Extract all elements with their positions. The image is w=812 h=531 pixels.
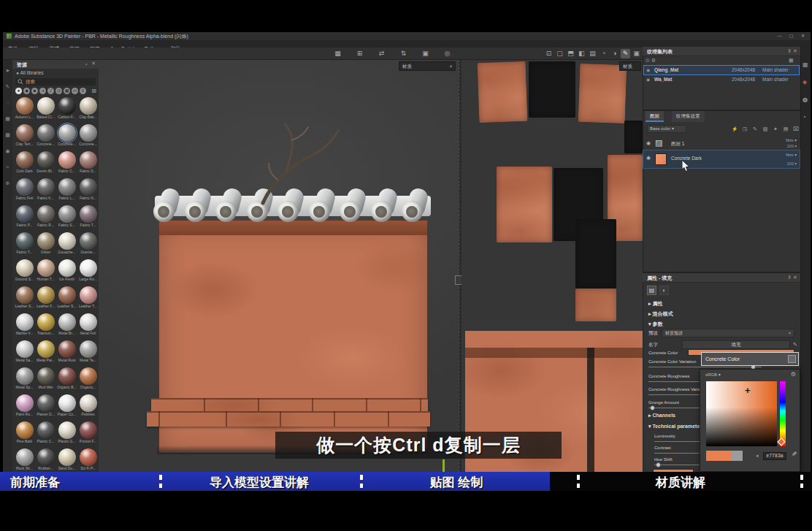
toolbar-right-icon-3[interactable]: ◧ xyxy=(577,49,586,58)
material-thumbnail[interactable]: Pine Bark xyxy=(14,421,35,448)
search-input[interactable]: 搜索 xyxy=(15,78,96,85)
hue-slider[interactable] xyxy=(780,381,786,446)
toolbar-icon-2[interactable]: ⇄ xyxy=(376,49,387,58)
filter-icon-4[interactable]: ╱ xyxy=(47,88,54,94)
panel-close-icon[interactable]: ✕ xyxy=(91,61,96,66)
layer-toolbar-icon-4[interactable]: ✦ xyxy=(771,125,780,133)
material-thumbnail[interactable]: Metal Rust xyxy=(56,340,77,367)
filter-icon-5[interactable]: ◎ xyxy=(55,88,62,94)
property-section-2[interactable]: ▾ 参数 xyxy=(648,321,662,328)
viewport-3d[interactable]: 材质▾ xyxy=(99,60,459,472)
material-thumbnail[interactable]: Ground S... xyxy=(14,259,35,286)
material-thumbnail[interactable]: Paint Ro... xyxy=(14,394,35,421)
material-thumbnail[interactable]: Cork Dark xyxy=(14,150,35,177)
texture-set-view-icon[interactable]: ▦ xyxy=(789,58,794,64)
material-thumbnail[interactable]: Metal Sp... xyxy=(14,367,35,394)
toolbar-right-icon-8[interactable]: ▣ xyxy=(632,49,641,58)
filter-icon-3[interactable]: ◑ xyxy=(39,88,46,94)
layer-toolbar-icon-3[interactable]: ▧ xyxy=(761,125,770,133)
color-crosshair[interactable]: + xyxy=(745,385,751,396)
hue-marker[interactable] xyxy=(777,438,785,446)
texture-set-row[interactable]: ◉Qiang_Mat2048x2048Main shader xyxy=(644,66,799,75)
visibility-eye-icon[interactable]: ◉ xyxy=(646,77,650,82)
visibility-eye-icon[interactable]: ◉ xyxy=(646,67,650,72)
material-thumbnail[interactable]: Metal Foil xyxy=(77,313,99,340)
panel-header-icons[interactable]: ⇕ ✕ xyxy=(787,48,797,54)
material-thumbnail[interactable]: Glitter xyxy=(35,232,56,259)
material-thumbnail[interactable]: Leather S... xyxy=(56,286,77,313)
material-thumbnail[interactable]: Concrete... xyxy=(35,123,56,150)
toolbar-right-icon-7[interactable]: ✎ xyxy=(621,49,630,58)
right-dock-icon-0[interactable]: ▦ xyxy=(803,61,808,68)
material-thumbnail[interactable]: Mud Wet xyxy=(35,367,56,394)
eyedropper-icon[interactable]: ✎ xyxy=(792,451,797,458)
toolbar-right-icon-0[interactable]: ⊡ xyxy=(544,49,554,58)
material-thumbnail[interactable]: Metal Pai... xyxy=(35,340,56,367)
dock-tool-icon-0[interactable]: ➤ xyxy=(4,67,11,74)
toolbar-icon-1[interactable]: ⊞ xyxy=(354,49,365,58)
filter-icon-0[interactable]: ● xyxy=(15,88,22,94)
texture-set-toolbar[interactable]: ⊙ ⚙ xyxy=(646,58,656,64)
texture-set-row[interactable]: ◉Wa_Mat2048x2048Main shader xyxy=(644,75,799,84)
panel-header-icons[interactable]: ⇕ ✕ xyxy=(787,275,797,280)
layer-toolbar-icon-1[interactable]: ◳ xyxy=(740,125,749,133)
property-section-1[interactable]: ▸ 混合模式 xyxy=(648,310,673,318)
material-thumbnail[interactable]: Organic B... xyxy=(56,367,77,394)
toolbar-icon-5[interactable]: ◎ xyxy=(442,49,453,58)
material-thumbnail[interactable]: Clay Terr... xyxy=(14,123,35,150)
opacity-dropdown[interactable]: 100 ▾ xyxy=(787,144,797,148)
channels-section[interactable]: ▸ Channels xyxy=(648,413,675,419)
material-thumbnail[interactable]: Fabric T... xyxy=(77,205,99,232)
toolbar-right-icon-6[interactable]: ◑ xyxy=(610,49,619,58)
hex-input[interactable]: e7783a xyxy=(763,452,786,460)
library-filter-dropdown[interactable]: ▸ All libraries xyxy=(17,70,44,76)
material-thumbnail[interactable]: Fabric C... xyxy=(56,150,77,177)
minimize-button[interactable]: — xyxy=(776,33,783,39)
material-mode-tab[interactable]: ▤ xyxy=(647,286,656,295)
collapse-icon[interactable]: ⌄ xyxy=(84,61,88,66)
material-thumbnail[interactable]: Fabric S... xyxy=(56,205,77,232)
material-thumbnail[interactable]: Plastic G... xyxy=(56,421,77,448)
material-thumbnail[interactable]: Carbon F... xyxy=(56,96,77,123)
material-thumbnail[interactable]: Ice Fresh xyxy=(56,259,77,286)
material-thumbnail[interactable]: Sci Fi P... xyxy=(77,448,99,472)
material-thumbnail[interactable]: Denim Bl... xyxy=(35,150,56,177)
material-thumbnail[interactable]: Metal Sa... xyxy=(14,340,35,367)
layer-toolbar-icon-0[interactable]: ⚡ xyxy=(730,125,739,133)
filter-icon-1[interactable]: ◆ xyxy=(23,88,30,94)
material-thumbnail[interactable]: Marble V... xyxy=(14,313,35,340)
saturation-value-field[interactable]: + xyxy=(706,381,777,446)
dock-tool-icon-3[interactable]: ▦ xyxy=(4,115,11,122)
tooltip-button[interactable] xyxy=(788,355,796,363)
opacity-dropdown[interactable]: 100 ▾ xyxy=(787,161,797,166)
material-thumbnail[interactable]: Fabric R... xyxy=(35,205,56,232)
material-thumbnail[interactable]: Gouache... xyxy=(56,232,77,259)
right-dock-icon-3[interactable]: ◔ xyxy=(803,114,806,121)
material-thumbnail[interactable]: Granite... xyxy=(77,232,99,259)
material-thumbnail[interactable]: Large Ro... xyxy=(77,259,99,286)
maximize-button[interactable]: ▢ xyxy=(788,33,794,39)
grid-view-icon[interactable]: ⊞ xyxy=(91,88,97,94)
material-thumbnail[interactable]: Metal Br... xyxy=(56,313,77,340)
slider-knob[interactable] xyxy=(656,462,661,467)
material-thumbnail[interactable]: Titanium... xyxy=(35,313,56,340)
material-thumbnail[interactable]: Fabric L... xyxy=(56,177,77,205)
material-thumbnail[interactable]: Paper Co... xyxy=(56,394,77,421)
gear-icon[interactable]: ⚙ xyxy=(791,371,796,378)
dock-tool-icon-2[interactable]: ◌ xyxy=(4,99,11,106)
toolbar-icon-0[interactable]: ▦ xyxy=(332,49,343,58)
close-button[interactable]: ✕ xyxy=(800,33,806,39)
material-thumbnail[interactable]: Plaster D... xyxy=(35,394,56,421)
material-thumbnail[interactable]: Concrete... xyxy=(56,123,77,150)
layer-toolbar-icon-2[interactable]: ✎ xyxy=(751,125,759,133)
material-thumbnail[interactable]: Fabric P... xyxy=(14,205,35,232)
material-thumbnail[interactable]: Fabric T... xyxy=(14,232,35,259)
right-dock-icon-2[interactable]: ◍ xyxy=(803,96,808,103)
filter-icon-6[interactable]: ▦ xyxy=(64,88,70,94)
color-space-dropdown[interactable]: sRGB ▾ xyxy=(705,372,721,377)
blend-mode-dropdown[interactable]: Nrm ▾ xyxy=(786,153,797,157)
toolbar-right-icon-5[interactable]: ◔ xyxy=(599,49,608,58)
preset-dropdown[interactable]: 材质预设▾ xyxy=(662,329,794,337)
material-thumbnail[interactable]: Autumn L... xyxy=(14,96,35,123)
technical-section[interactable]: ▾ Technical parameters xyxy=(648,424,705,429)
